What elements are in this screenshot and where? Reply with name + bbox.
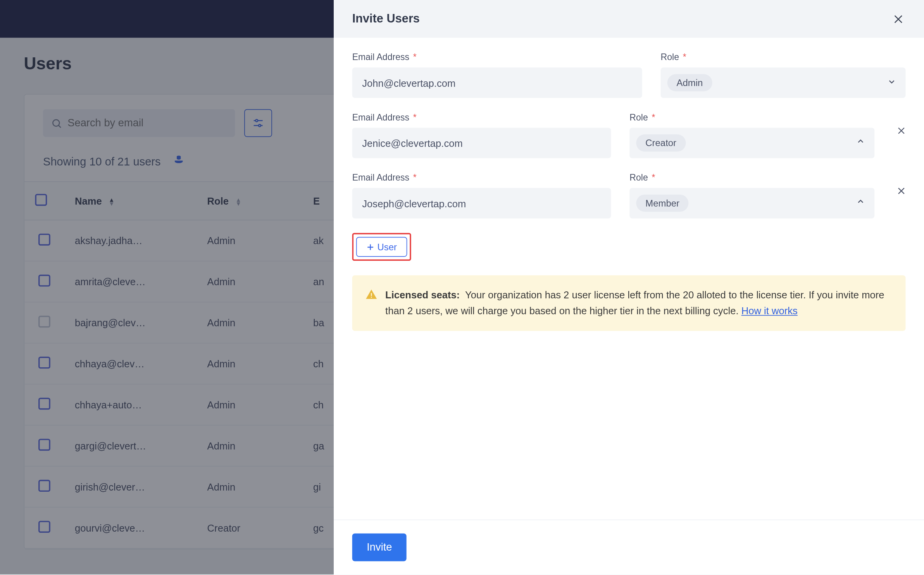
remove-row-button[interactable]	[893, 179, 905, 204]
role-select[interactable]: Creator	[629, 128, 874, 158]
drawer-title: Invite Users	[352, 12, 420, 26]
svg-rect-14	[371, 293, 372, 296]
email-label: Email Address *	[352, 173, 611, 183]
notice-body: Your organization has 2 user license lef…	[385, 289, 884, 316]
invite-users-drawer: Invite Users Email Address *Role *AdminE…	[334, 0, 924, 575]
email-label: Email Address *	[352, 52, 642, 62]
chevron-up-icon	[856, 197, 865, 209]
close-icon	[897, 126, 905, 134]
role-label: Role *	[629, 173, 874, 183]
warning-icon	[365, 289, 378, 319]
notice-lead: Licensed seats:	[385, 289, 460, 300]
email-field[interactable]	[352, 188, 611, 219]
add-user-label: User	[378, 241, 397, 252]
chevron-up-icon	[856, 137, 865, 149]
how-it-works-link[interactable]: How it works	[741, 305, 798, 316]
remove-row-button[interactable]	[893, 119, 905, 144]
invite-button[interactable]: Invite	[352, 534, 407, 561]
plus-icon	[366, 243, 375, 251]
role-label: Role *	[629, 112, 874, 122]
license-notice: Licensed seats: Your organization has 2 …	[352, 275, 906, 331]
role-select[interactable]: Member	[629, 188, 874, 219]
email-field[interactable]	[352, 128, 611, 158]
add-user-highlight: User	[352, 233, 411, 261]
close-icon	[897, 186, 905, 195]
add-user-button[interactable]: User	[356, 237, 407, 257]
role-select[interactable]: Admin	[661, 67, 906, 98]
role-chip: Creator	[636, 134, 686, 151]
close-button[interactable]	[891, 12, 906, 26]
close-icon	[893, 14, 903, 24]
email-field[interactable]	[352, 67, 642, 98]
svg-rect-15	[371, 297, 372, 298]
email-label: Email Address *	[352, 112, 611, 122]
role-label: Role *	[661, 52, 906, 62]
chevron-down-icon	[887, 77, 896, 89]
role-chip: Admin	[667, 74, 712, 91]
role-chip: Member	[636, 195, 689, 212]
